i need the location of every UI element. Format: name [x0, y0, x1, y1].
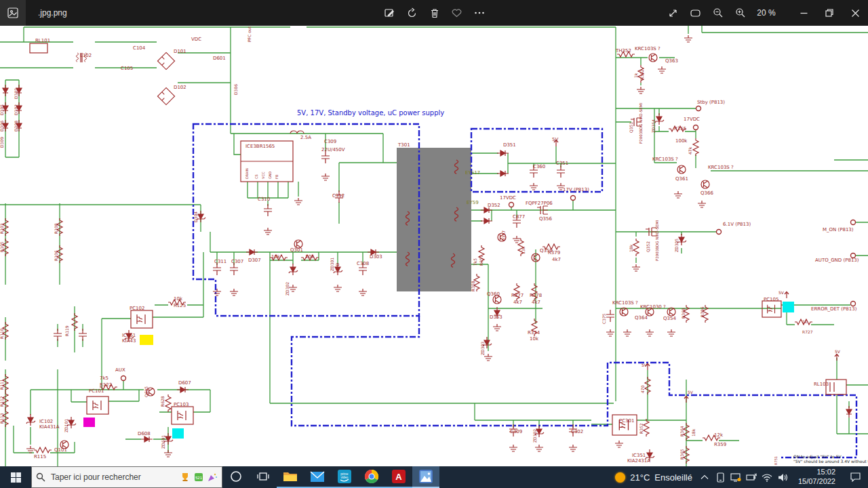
svg-text:P2003BDG NIKO-SEMI: P2003BDG NIKO-SEMI — [655, 220, 659, 261]
action-center-button[interactable] — [842, 466, 868, 488]
photos-icon — [418, 469, 433, 484]
svg-text:D308: D308 — [14, 121, 18, 131]
svg-text:D307: D307 — [248, 258, 261, 263]
svg-text:R378: R378 — [530, 293, 542, 298]
svg-text:10k: 10k — [174, 296, 183, 302]
party-popper-icon — [207, 472, 218, 483]
svg-text:R115: R115 — [34, 454, 46, 460]
svg-text:C309: C309 — [324, 139, 336, 144]
svg-text:R706: R706 — [700, 306, 705, 317]
svg-text:4k7: 4k7 — [552, 257, 561, 262]
close-button[interactable] — [842, 0, 868, 26]
svg-text:D608: D608 — [138, 431, 151, 436]
svg-text:R355: R355 — [674, 126, 686, 131]
taskbar-app-mail[interactable] — [304, 466, 331, 488]
svg-text:27D: 27D — [335, 262, 340, 271]
svg-text:D607: D607 — [178, 380, 191, 386]
chrome-icon — [364, 469, 379, 484]
zoom-in-button[interactable] — [729, 0, 751, 26]
svg-text:10k: 10k — [271, 254, 281, 260]
delete-button[interactable] — [423, 0, 446, 26]
svg-text:4k7: 4k7 — [532, 300, 540, 305]
svg-text:Q352: Q352 — [646, 241, 650, 252]
fullscreen-button[interactable] — [662, 0, 684, 26]
fit-to-window-button[interactable] — [684, 0, 707, 26]
svg-text:KIA2431A: KIA2431A — [627, 458, 650, 464]
svg-text:18k: 18k — [691, 428, 696, 436]
fullscreen-icon — [668, 8, 678, 18]
zoom-out-button[interactable] — [707, 0, 729, 26]
svg-text:CS: CS — [254, 174, 258, 179]
weather-condition: Ensoleillé — [654, 472, 692, 483]
svg-text:ERROR_DET (P813): ERROR_DET (P813) — [811, 306, 857, 312]
svg-text:TH352: TH352 — [615, 48, 631, 54]
svg-text:T301: T301 — [397, 142, 410, 148]
svg-text:R122: R122 — [100, 382, 112, 388]
svg-text:PC102: PC102 — [130, 306, 144, 311]
svg-text:ZD303: ZD303 — [480, 342, 485, 355]
photos-app-icon[interactable] — [0, 0, 26, 26]
svg-text:Q361: Q361 — [675, 176, 688, 182]
battery-icon — [746, 473, 757, 481]
phone-icon — [716, 472, 725, 483]
svg-text:D305: D305 — [0, 104, 4, 115]
window-title: .jpg.png — [38, 8, 67, 18]
svg-text:D102: D102 — [174, 85, 186, 90]
schematic-image[interactable]: 5V, 17V, Standby voltage, uC power suppl… — [0, 26, 868, 466]
battery-tray[interactable] — [746, 472, 757, 483]
task-view-button[interactable] — [250, 466, 277, 488]
edit-button[interactable] — [378, 0, 401, 26]
clock[interactable]: 15:02 15/07/2022 — [798, 468, 835, 487]
svg-text:ZD601: ZD601 — [161, 435, 165, 449]
svg-text:D353: D353 — [490, 314, 502, 320]
system-tray: 21°C Ensoleillé 15:02 15 — [615, 466, 868, 488]
svg-text:470: 470 — [640, 385, 645, 393]
svg-text:C311: C311 — [214, 259, 226, 264]
taskbar-app-acrobat[interactable]: A — [385, 466, 412, 488]
svg-text:C351: C351 — [556, 161, 568, 166]
svg-text:R357: R357 — [479, 255, 484, 266]
svg-text:Q301: Q301 — [290, 247, 303, 253]
taskbar-app-prime-video[interactable]: prime video — [331, 466, 358, 488]
svg-text:R352: R352 — [639, 423, 644, 434]
close-icon — [852, 9, 859, 17]
taskbar-app-file-explorer[interactable] — [277, 466, 304, 488]
image-viewport[interactable]: 5V, 17V, Standby voltage, uC power suppl… — [0, 26, 868, 466]
svg-text:C375: C375 — [601, 313, 606, 324]
svg-text:2.5A: 2.5A — [300, 135, 311, 140]
svg-text:PC105: PC105 — [764, 297, 778, 302]
svg-text:Q360: Q360 — [487, 291, 500, 297]
svg-text:Q366: Q366 — [701, 190, 713, 196]
favorite-button[interactable] — [446, 0, 468, 26]
svg-text:R119: R119 — [64, 325, 69, 336]
action-center-icon — [850, 472, 861, 482]
cortana-icon — [230, 470, 242, 483]
weather-widget[interactable]: 21°C Ensoleillé — [615, 472, 692, 483]
start-button[interactable] — [0, 466, 31, 488]
display-tray[interactable] — [730, 472, 742, 483]
svg-text:C309: C309 — [510, 429, 522, 434]
svg-text:"5V" should be around 3.4V wit: "5V" should be around 3.4V without th — [793, 459, 868, 464]
restore-button[interactable] — [816, 0, 842, 26]
cortana-button[interactable] — [222, 466, 250, 488]
svg-text:Q357: Q357 — [501, 230, 506, 241]
your-phone-tray[interactable] — [715, 472, 726, 483]
more-button[interactable] — [468, 0, 490, 26]
svg-text:DRAIN: DRAIN — [245, 168, 249, 179]
wifi-tray[interactable] — [762, 472, 773, 483]
svg-text:D306: D306 — [0, 121, 4, 131]
svg-text:P2003BDG NIKO-SEMI: P2003BDG NIKO-SEMI — [639, 102, 643, 144]
show-hidden-icons-button[interactable] — [699, 472, 711, 483]
minimize-button[interactable] — [791, 0, 816, 26]
search-input[interactable]: Taper ici pour rechercher 521 — [31, 466, 222, 488]
taskbar-app-chrome[interactable] — [358, 466, 385, 488]
taskbar-app-photos[interactable] — [412, 466, 439, 488]
rotate-button[interactable] — [401, 0, 423, 26]
svg-text:KRC103S ?: KRC103S ? — [652, 157, 678, 162]
clock-date: 15/07/2022 — [798, 477, 835, 487]
prime-video-icon: prime video — [337, 469, 352, 484]
svg-text:Q363: Q363 — [665, 58, 678, 64]
svg-text:D303: D303 — [370, 254, 382, 260]
svg-text:10k: 10k — [530, 336, 539, 342]
volume-tray[interactable] — [777, 472, 789, 483]
